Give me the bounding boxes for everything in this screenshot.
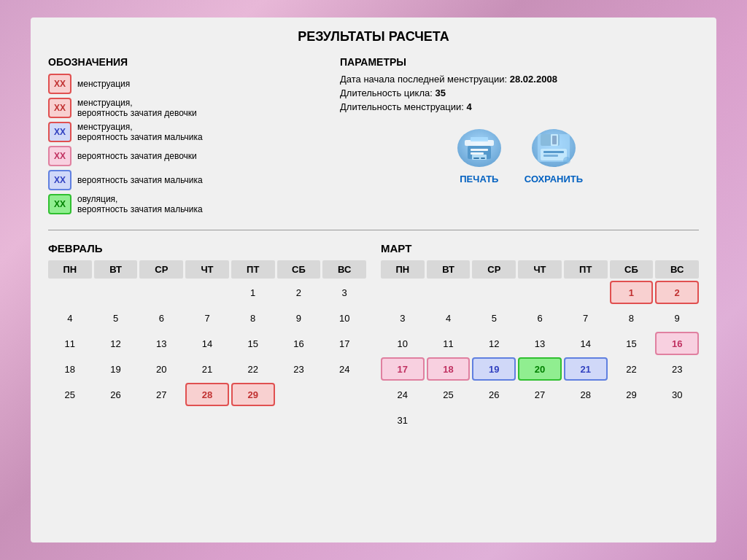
- feb-cell-24: 24: [322, 357, 366, 381]
- legend-text-4: вероятность зачатия девочки: [77, 151, 197, 161]
- mar-cell-empty-3: [472, 281, 516, 304]
- legend-box-6: ХХ: [48, 194, 71, 214]
- feb-cell-15: 15: [231, 332, 275, 355]
- legend-item-3: ХХ менструация,вероятность зачатия мальч…: [48, 122, 325, 142]
- mar-cell-1: 1: [610, 281, 654, 304]
- svg-rect-4: [471, 152, 484, 155]
- mar-cell-empty-2: [427, 281, 471, 304]
- mar-cell-12: 12: [472, 332, 516, 355]
- feb-header-sun: ВС: [322, 260, 366, 279]
- feb-cell-empty-1: [48, 281, 92, 304]
- print-button[interactable]: ПЕЧАТЬ: [456, 127, 503, 184]
- legend-box-3: ХХ: [48, 122, 71, 142]
- menstr-length-label: Длительность менструации:: [340, 101, 464, 112]
- mar-header-thu: ЧТ: [518, 260, 562, 279]
- feb-header-sat: СБ: [277, 260, 321, 279]
- params-section: ПАРАМЕТРЫ Дата начала последней менструа…: [340, 56, 699, 218]
- mar-cell-9: 9: [655, 306, 699, 330]
- feb-cell-3: 3: [322, 281, 366, 304]
- feb-cell-20: 20: [139, 357, 183, 381]
- mar-header-wed: СР: [472, 260, 516, 279]
- legend-item-6: ХХ овуляция,вероятность зачатия мальчика: [48, 194, 325, 214]
- legend-box-5: ХХ: [48, 170, 71, 190]
- mar-cell-21: 21: [564, 357, 608, 381]
- february-calendar: ФЕВРАЛЬ ПН ВТ СР ЧТ ПТ СБ ВС 1 2 3 4 5: [48, 242, 366, 432]
- mar-cell-17: 17: [381, 357, 425, 381]
- mar-cell-7: 7: [564, 306, 608, 330]
- feb-cell-5: 5: [94, 306, 138, 330]
- mar-cell-16: 16: [655, 332, 699, 355]
- legend-text-3: менструация,вероятность зачатия мальчика: [77, 122, 203, 142]
- feb-cell-6: 6: [139, 306, 183, 330]
- mar-cell-26: 26: [472, 383, 516, 406]
- top-section: ОБОЗНАЧЕНИЯ ХХ менструация ХХ менструаци…: [48, 56, 699, 230]
- feb-cell-empty-6: [322, 383, 366, 406]
- feb-cell-empty-4: [185, 281, 229, 304]
- svg-rect-16: [543, 155, 558, 157]
- february-title: ФЕВРАЛЬ: [48, 242, 366, 254]
- march-grid: ПН ВТ СР ЧТ ПТ СБ ВС 1 2 3 4 5 6: [381, 260, 699, 432]
- mar-cell-6: 6: [518, 306, 562, 330]
- mar-header-tue: ВТ: [427, 260, 471, 279]
- mar-cell-empty-6: [427, 408, 471, 432]
- feb-cell-13: 13: [139, 332, 183, 355]
- feb-cell-17: 17: [322, 332, 366, 355]
- legend-box-4: ХХ: [48, 146, 71, 166]
- svg-rect-3: [471, 149, 488, 151]
- mar-cell-2: 2: [655, 281, 699, 304]
- feb-cell-21: 21: [185, 357, 229, 381]
- print-label: ПЕЧАТЬ: [460, 174, 498, 184]
- feb-header-fri: ПТ: [231, 260, 275, 279]
- cycle-length-value: 35: [435, 88, 445, 98]
- feb-cell-7: 7: [185, 306, 229, 330]
- feb-cell-29: 29: [231, 383, 275, 406]
- mar-cell-empty-5: [564, 281, 608, 304]
- page-title: РЕЗУЛЬТАТЫ РАСЧЕТА: [48, 29, 699, 44]
- feb-cell-18: 18: [48, 357, 92, 381]
- feb-cell-10: 10: [322, 306, 366, 330]
- mar-cell-30: 30: [655, 383, 699, 406]
- feb-cell-8: 8: [231, 306, 275, 330]
- feb-cell-22: 22: [231, 357, 275, 381]
- feb-cell-19: 19: [94, 357, 138, 381]
- legend-text-2: менструация,вероятность зачатия девочки: [77, 98, 197, 118]
- mar-cell-19: 19: [472, 357, 516, 381]
- feb-header-wed: СР: [139, 260, 183, 279]
- last-menstruation-value: 28.02.2008: [510, 74, 557, 85]
- mar-cell-empty-9: [564, 408, 608, 432]
- svg-rect-15: [543, 151, 564, 153]
- mar-cell-28: 28: [564, 383, 608, 406]
- mar-header-fri: ПТ: [564, 260, 608, 279]
- save-label: СОХРАНИТЬ: [525, 174, 583, 184]
- feb-cell-empty-2: [94, 281, 138, 304]
- params-title: ПАРАМЕТРЫ: [340, 56, 699, 68]
- legend-item-5: ХХ вероятность зачатия мальчика: [48, 170, 325, 190]
- action-buttons: ПЕЧАТЬ: [340, 127, 699, 184]
- svg-rect-13: [552, 136, 557, 144]
- mar-cell-13: 13: [518, 332, 562, 355]
- mar-cell-10: 10: [381, 332, 425, 355]
- feb-cell-23: 23: [277, 357, 321, 381]
- print-icon: [456, 127, 503, 169]
- mar-cell-31: 31: [381, 408, 425, 432]
- mar-header-mon: ПН: [381, 260, 425, 279]
- mar-cell-empty-8: [518, 408, 562, 432]
- feb-cell-1: 1: [231, 281, 275, 304]
- mar-cell-11: 11: [427, 332, 471, 355]
- mar-cell-15: 15: [610, 332, 654, 355]
- feb-cell-26: 26: [94, 383, 138, 406]
- mar-cell-empty-7: [472, 408, 516, 432]
- save-button[interactable]: СОХРАНИТЬ: [525, 127, 583, 184]
- menstr-length-param: Длительность менструации: 4: [340, 101, 699, 112]
- legend-item-4: ХХ вероятность зачатия девочки: [48, 146, 325, 166]
- menstr-length-value: 4: [467, 101, 472, 112]
- legend-text-6: овуляция,вероятность зачатия мальчика: [77, 194, 203, 214]
- mar-cell-24: 24: [381, 383, 425, 406]
- mar-cell-empty-10: [610, 408, 654, 432]
- mar-cell-29: 29: [610, 383, 654, 406]
- feb-cell-2: 2: [277, 281, 321, 304]
- mar-cell-empty-11: [655, 408, 699, 432]
- legend-section: ОБОЗНАЧЕНИЯ ХХ менструация ХХ менструаци…: [48, 56, 325, 218]
- feb-cell-16: 16: [277, 332, 321, 355]
- last-menstruation-label: Дата начала последней менструации:: [340, 74, 507, 85]
